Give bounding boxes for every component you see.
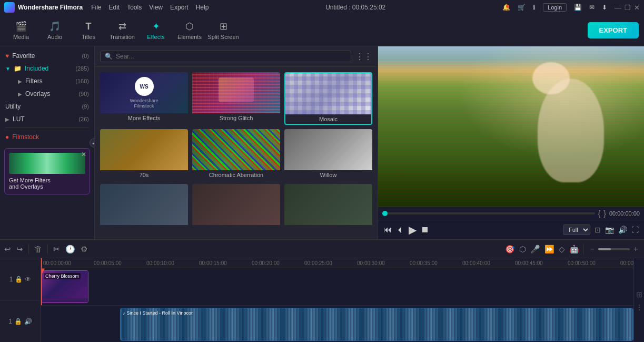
progress-bar[interactable] xyxy=(382,212,595,214)
tool-effects[interactable]: ✦ Effects xyxy=(140,17,172,44)
maximize-button[interactable]: ❐ xyxy=(625,4,631,12)
overlays-item[interactable]: ▶ Overlays (90) xyxy=(13,87,94,100)
folder-icon: 📁 xyxy=(14,65,22,72)
rewind-button[interactable]: ⏮ xyxy=(383,225,392,234)
audio-mute-icon[interactable]: 🔊 xyxy=(24,318,32,325)
effects-label: Effects xyxy=(147,34,164,40)
tool-titles[interactable]: T Titles xyxy=(73,17,104,44)
search-input[interactable] xyxy=(116,53,346,60)
titles-icon: T xyxy=(86,21,92,32)
tool-split-screen[interactable]: ⊞ Split Screen xyxy=(207,17,239,44)
menu-help[interactable]: Help xyxy=(196,4,209,11)
motion-button[interactable]: 🎯 xyxy=(505,245,515,254)
promo-close[interactable]: ✕ xyxy=(81,151,86,158)
keyframe-button[interactable]: ◇ xyxy=(559,245,565,254)
favorite-item[interactable]: ♥ Favorite (0) xyxy=(0,50,94,62)
effect-card-strong-glitch[interactable]: Strong Glitch xyxy=(192,72,280,125)
effect-card-r2[interactable] xyxy=(192,184,280,228)
quality-select[interactable]: Full 1/2 1/4 xyxy=(563,224,590,235)
utility-label: Utility xyxy=(5,103,21,110)
redo-button[interactable]: ↪ xyxy=(16,245,23,254)
voice-button[interactable]: 🎤 xyxy=(530,245,540,254)
effect-card-70s[interactable]: 70s xyxy=(100,129,188,180)
effect-label-willow: Willow xyxy=(284,170,372,180)
effect-card-mosaic[interactable]: Mosaic xyxy=(284,72,372,125)
video-clip[interactable]: Cherry Blossom xyxy=(41,270,88,303)
play-button[interactable]: ▶ xyxy=(409,223,417,236)
search-box[interactable]: 🔍 xyxy=(100,51,351,62)
effect-label-r1 xyxy=(100,225,188,228)
promo-banner[interactable]: ✕ Get More Filters and Overlays xyxy=(4,148,90,194)
zoom-in-button[interactable]: ＋ xyxy=(632,244,640,254)
effect-card-r1[interactable] xyxy=(100,184,188,228)
brand-name: Wondershare Filmora xyxy=(18,4,83,11)
ruler-mark-10: 00:00:50:00 xyxy=(568,260,596,266)
bracket-left[interactable]: { xyxy=(598,209,601,218)
lock-icon[interactable]: 🔒 xyxy=(15,276,23,283)
bracket-right[interactable]: } xyxy=(603,209,606,218)
tool-media[interactable]: 🎬 Media xyxy=(5,17,37,44)
overlays-expand-icon: ▶ xyxy=(18,91,22,97)
effect-card-r3[interactable] xyxy=(284,184,372,228)
audio-label: Audio xyxy=(47,34,62,40)
speed-button[interactable]: ⏩ xyxy=(544,245,554,254)
menu-file[interactable]: File xyxy=(91,4,101,11)
effect-thumb-willow xyxy=(284,129,372,170)
effect-card-chromatic[interactable]: Chromatic Aberration xyxy=(192,129,280,180)
video-track-number: 1 xyxy=(9,276,13,283)
add-track-button[interactable]: ⊞ xyxy=(636,290,642,299)
minimize-button[interactable]: — xyxy=(615,4,621,12)
login-button[interactable]: Login xyxy=(543,3,567,12)
included-item[interactable]: ▼ 📁 Included (285) xyxy=(0,62,94,75)
tool-audio[interactable]: 🎵 Audio xyxy=(39,17,71,44)
notification-icon[interactable]: 🔔 xyxy=(502,4,510,11)
ai-button[interactable]: 🤖 xyxy=(569,245,579,254)
promo-text2: and Overlays xyxy=(9,183,85,190)
zoom-out-button[interactable]: － xyxy=(588,244,596,254)
menu-view[interactable]: View xyxy=(149,4,163,11)
delete-button[interactable]: 🗑 xyxy=(34,245,42,253)
step-back-button[interactable]: ⏴ xyxy=(396,225,404,234)
download-icon[interactable]: ⬇ xyxy=(602,4,607,11)
audio-clip-label: ♪ Since I Started - Roll In Vinocor xyxy=(123,310,193,316)
eye-icon[interactable]: 👁 xyxy=(25,276,31,283)
utility-item[interactable]: Utility (9) xyxy=(0,100,94,113)
menu-tools[interactable]: Tools xyxy=(127,4,142,11)
basket-icon[interactable]: 🛒 xyxy=(518,4,526,11)
history-button[interactable]: 🕐 xyxy=(65,245,75,254)
timeline-tracks: 1 🔒 👁 1 🔒 🔊 00:00:00:00 00:00:05:00 00:0… xyxy=(0,258,644,342)
menu-export[interactable]: Export xyxy=(170,4,189,11)
export-button[interactable]: EXPORT xyxy=(588,22,639,38)
volume-icon[interactable]: 🔊 xyxy=(618,226,627,234)
ruler-mark-0: 00:00:00:00 xyxy=(43,260,71,266)
filters-item[interactable]: ▶ Filters (160) xyxy=(13,75,94,87)
filmstock-text: WondershareFilmstock xyxy=(130,98,158,109)
tool-transition[interactable]: ⇄ Transition xyxy=(106,17,138,44)
video-track: Cherry Blossom xyxy=(41,268,633,306)
zoom-slider[interactable] xyxy=(598,248,630,250)
audio-lock-icon[interactable]: 🔒 xyxy=(14,318,22,325)
grid-toggle-icon[interactable]: ⋮⋮ xyxy=(355,52,372,62)
cut-button[interactable]: ✂ xyxy=(53,245,60,254)
close-button[interactable]: ✕ xyxy=(634,4,640,12)
settings-button[interactable]: ⚙ xyxy=(81,245,87,254)
undo-button[interactable]: ↩ xyxy=(4,245,11,254)
info-icon[interactable]: ℹ xyxy=(533,4,536,11)
stop-button[interactable]: ⏹ xyxy=(421,225,429,234)
crop-button[interactable]: ⬡ xyxy=(519,245,526,254)
effect-card-willow[interactable]: Willow xyxy=(284,129,372,180)
snapshot-icon[interactable]: 📷 xyxy=(605,226,614,234)
timeline-more-button[interactable]: ⋮ xyxy=(636,303,643,311)
audio-clip[interactable]: ♪ Since I Started - Roll In Vinocor xyxy=(120,308,633,341)
menu-edit[interactable]: Edit xyxy=(108,4,120,11)
tool-elements[interactable]: ⬡ Elements xyxy=(174,17,205,44)
save-icon[interactable]: 💾 xyxy=(574,4,582,11)
filmstock-item[interactable]: ● Filmstock xyxy=(0,130,94,144)
fullscreen-icon[interactable]: ⛶ xyxy=(631,226,639,234)
effect-card-filmstock[interactable]: WS WondershareFilmstock More Effects xyxy=(100,72,188,125)
lut-item[interactable]: ▶ LUT (26) xyxy=(0,113,94,125)
mail-icon[interactable]: ✉ xyxy=(589,4,595,11)
panel-collapse-button[interactable]: ◀ xyxy=(90,138,95,148)
pip-icon[interactable]: ⊡ xyxy=(595,226,601,234)
progress-dot[interactable] xyxy=(382,211,388,216)
